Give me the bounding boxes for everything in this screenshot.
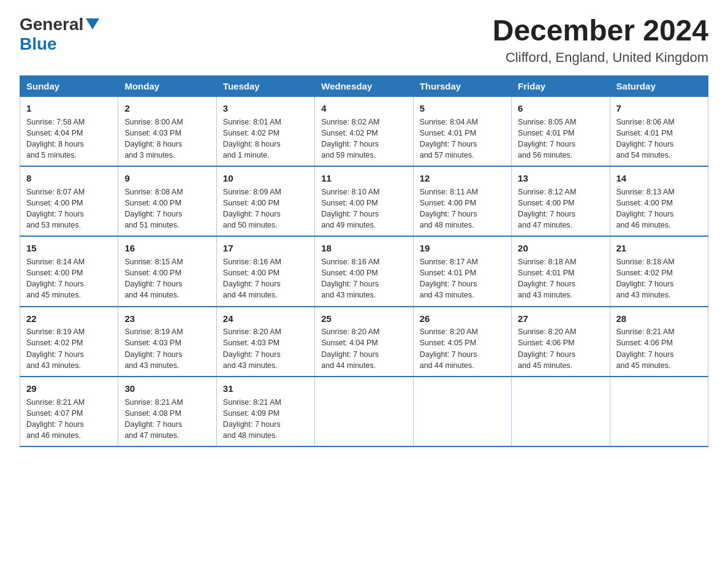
logo-arrow-icon bbox=[86, 18, 99, 30]
calendar-week-row: 15Sunrise: 8:14 AMSunset: 4:00 PMDayligh… bbox=[20, 236, 708, 306]
day-number: 30 bbox=[124, 382, 210, 396]
day-info: Sunrise: 8:21 AMSunset: 4:07 PMDaylight:… bbox=[26, 397, 112, 442]
calendar-day-cell: 7Sunrise: 8:06 AMSunset: 4:01 PMDaylight… bbox=[610, 96, 708, 166]
calendar-day-cell: 25Sunrise: 8:20 AMSunset: 4:04 PMDayligh… bbox=[315, 307, 413, 377]
calendar-day-cell: 9Sunrise: 8:08 AMSunset: 4:00 PMDaylight… bbox=[118, 166, 216, 236]
day-info: Sunrise: 8:06 AMSunset: 4:01 PMDaylight:… bbox=[616, 117, 702, 161]
day-info: Sunrise: 8:02 AMSunset: 4:02 PMDaylight:… bbox=[321, 117, 406, 161]
day-info: Sunrise: 8:19 AMSunset: 4:03 PMDaylight:… bbox=[124, 326, 210, 371]
day-info: Sunrise: 8:18 AMSunset: 4:02 PMDaylight:… bbox=[616, 256, 702, 301]
calendar-day-cell bbox=[512, 377, 610, 446]
day-number: 25 bbox=[321, 312, 406, 326]
day-number: 7 bbox=[616, 102, 702, 115]
day-number: 16 bbox=[124, 242, 210, 255]
day-info: Sunrise: 8:20 AMSunset: 4:06 PMDaylight:… bbox=[518, 326, 603, 371]
logo-blue-text: Blue bbox=[20, 34, 57, 53]
day-number: 11 bbox=[321, 172, 406, 185]
calendar-day-cell: 19Sunrise: 8:17 AMSunset: 4:01 PMDayligh… bbox=[413, 236, 511, 306]
day-info: Sunrise: 8:17 AMSunset: 4:01 PMDaylight:… bbox=[420, 256, 505, 301]
day-info: Sunrise: 8:15 AMSunset: 4:00 PMDaylight:… bbox=[124, 256, 210, 301]
calendar-week-row: 29Sunrise: 8:21 AMSunset: 4:07 PMDayligh… bbox=[20, 377, 708, 446]
day-number: 19 bbox=[420, 242, 505, 255]
weekday-header-row: SundayMondayTuesdayWednesdayThursdayFrid… bbox=[20, 75, 708, 96]
calendar-day-cell: 29Sunrise: 8:21 AMSunset: 4:07 PMDayligh… bbox=[20, 377, 118, 446]
weekday-header-sunday: Sunday bbox=[20, 75, 118, 96]
day-info: Sunrise: 8:21 AMSunset: 4:06 PMDaylight:… bbox=[616, 326, 702, 371]
calendar-day-cell: 15Sunrise: 8:14 AMSunset: 4:00 PMDayligh… bbox=[20, 236, 118, 306]
day-info: Sunrise: 8:01 AMSunset: 4:02 PMDaylight:… bbox=[223, 117, 308, 161]
page-header: General Blue December 2024 Clifford, Eng… bbox=[20, 15, 708, 66]
day-number: 8 bbox=[26, 172, 112, 185]
day-info: Sunrise: 8:04 AMSunset: 4:01 PMDaylight:… bbox=[420, 117, 505, 161]
calendar-day-cell: 10Sunrise: 8:09 AMSunset: 4:00 PMDayligh… bbox=[216, 166, 314, 236]
calendar-day-cell bbox=[610, 377, 708, 446]
day-info: Sunrise: 8:16 AMSunset: 4:00 PMDaylight:… bbox=[321, 256, 406, 301]
month-title: December 2024 bbox=[493, 15, 708, 47]
day-info: Sunrise: 8:13 AMSunset: 4:00 PMDaylight:… bbox=[616, 186, 702, 231]
weekday-header-friday: Friday bbox=[512, 75, 610, 96]
day-number: 27 bbox=[518, 312, 603, 326]
logo: General Blue bbox=[20, 15, 99, 54]
calendar-day-cell: 21Sunrise: 8:18 AMSunset: 4:02 PMDayligh… bbox=[610, 236, 708, 306]
svg-marker-0 bbox=[86, 18, 99, 29]
day-number: 20 bbox=[518, 242, 603, 255]
calendar-day-cell: 31Sunrise: 8:21 AMSunset: 4:09 PMDayligh… bbox=[216, 377, 314, 446]
calendar-day-cell: 22Sunrise: 8:19 AMSunset: 4:02 PMDayligh… bbox=[20, 307, 118, 377]
weekday-header-saturday: Saturday bbox=[610, 75, 708, 96]
calendar-day-cell: 4Sunrise: 8:02 AMSunset: 4:02 PMDaylight… bbox=[315, 96, 413, 166]
day-info: Sunrise: 7:58 AMSunset: 4:04 PMDaylight:… bbox=[26, 117, 112, 161]
day-info: Sunrise: 8:21 AMSunset: 4:08 PMDaylight:… bbox=[124, 397, 210, 442]
calendar-week-row: 22Sunrise: 8:19 AMSunset: 4:02 PMDayligh… bbox=[20, 307, 708, 377]
calendar-day-cell: 16Sunrise: 8:15 AMSunset: 4:00 PMDayligh… bbox=[118, 236, 216, 306]
day-number: 29 bbox=[26, 382, 112, 396]
day-info: Sunrise: 8:20 AMSunset: 4:04 PMDaylight:… bbox=[321, 326, 406, 371]
day-info: Sunrise: 8:09 AMSunset: 4:00 PMDaylight:… bbox=[223, 186, 308, 231]
calendar-week-row: 8Sunrise: 8:07 AMSunset: 4:00 PMDaylight… bbox=[20, 166, 708, 236]
day-info: Sunrise: 8:05 AMSunset: 4:01 PMDaylight:… bbox=[518, 117, 603, 161]
day-info: Sunrise: 8:19 AMSunset: 4:02 PMDaylight:… bbox=[26, 326, 112, 371]
day-number: 26 bbox=[420, 312, 505, 326]
calendar-day-cell: 18Sunrise: 8:16 AMSunset: 4:00 PMDayligh… bbox=[315, 236, 413, 306]
day-info: Sunrise: 8:14 AMSunset: 4:00 PMDaylight:… bbox=[26, 256, 112, 301]
title-block: December 2024 Clifford, England, United … bbox=[493, 15, 708, 66]
day-number: 9 bbox=[124, 172, 210, 185]
calendar-week-row: 1Sunrise: 7:58 AMSunset: 4:04 PMDaylight… bbox=[20, 96, 708, 166]
calendar-day-cell bbox=[315, 377, 413, 446]
calendar-day-cell: 6Sunrise: 8:05 AMSunset: 4:01 PMDaylight… bbox=[512, 96, 610, 166]
calendar-day-cell: 26Sunrise: 8:20 AMSunset: 4:05 PMDayligh… bbox=[413, 307, 511, 377]
calendar-day-cell: 30Sunrise: 8:21 AMSunset: 4:08 PMDayligh… bbox=[118, 377, 216, 446]
day-number: 15 bbox=[26, 242, 112, 255]
day-info: Sunrise: 8:08 AMSunset: 4:00 PMDaylight:… bbox=[124, 186, 210, 231]
calendar-day-cell: 12Sunrise: 8:11 AMSunset: 4:00 PMDayligh… bbox=[413, 166, 511, 236]
day-number: 18 bbox=[321, 242, 406, 255]
day-info: Sunrise: 8:18 AMSunset: 4:01 PMDaylight:… bbox=[518, 256, 603, 301]
day-info: Sunrise: 8:20 AMSunset: 4:03 PMDaylight:… bbox=[223, 326, 308, 371]
day-number: 1 bbox=[26, 102, 112, 115]
day-info: Sunrise: 8:07 AMSunset: 4:00 PMDaylight:… bbox=[26, 186, 112, 231]
calendar-day-cell: 8Sunrise: 8:07 AMSunset: 4:00 PMDaylight… bbox=[20, 166, 118, 236]
day-number: 6 bbox=[518, 102, 603, 115]
day-number: 12 bbox=[420, 172, 505, 185]
day-info: Sunrise: 8:12 AMSunset: 4:00 PMDaylight:… bbox=[518, 186, 603, 231]
calendar-day-cell: 5Sunrise: 8:04 AMSunset: 4:01 PMDaylight… bbox=[413, 96, 511, 166]
day-number: 31 bbox=[223, 382, 308, 396]
day-info: Sunrise: 8:16 AMSunset: 4:00 PMDaylight:… bbox=[223, 256, 308, 301]
calendar-day-cell: 24Sunrise: 8:20 AMSunset: 4:03 PMDayligh… bbox=[216, 307, 314, 377]
day-info: Sunrise: 8:11 AMSunset: 4:00 PMDaylight:… bbox=[420, 186, 505, 231]
day-number: 2 bbox=[124, 102, 210, 115]
calendar-day-cell bbox=[413, 377, 511, 446]
calendar-day-cell: 23Sunrise: 8:19 AMSunset: 4:03 PMDayligh… bbox=[118, 307, 216, 377]
day-number: 23 bbox=[124, 312, 210, 326]
calendar-day-cell: 11Sunrise: 8:10 AMSunset: 4:00 PMDayligh… bbox=[315, 166, 413, 236]
day-info: Sunrise: 8:10 AMSunset: 4:00 PMDaylight:… bbox=[321, 186, 406, 231]
day-number: 21 bbox=[616, 242, 702, 255]
calendar-day-cell: 1Sunrise: 7:58 AMSunset: 4:04 PMDaylight… bbox=[20, 96, 118, 166]
day-number: 4 bbox=[321, 102, 406, 115]
day-number: 3 bbox=[223, 102, 308, 115]
day-number: 22 bbox=[26, 312, 112, 326]
day-info: Sunrise: 8:20 AMSunset: 4:05 PMDaylight:… bbox=[420, 326, 505, 371]
day-number: 24 bbox=[223, 312, 308, 326]
day-number: 5 bbox=[420, 102, 505, 115]
day-info: Sunrise: 8:00 AMSunset: 4:03 PMDaylight:… bbox=[124, 117, 210, 161]
day-number: 28 bbox=[616, 312, 702, 326]
